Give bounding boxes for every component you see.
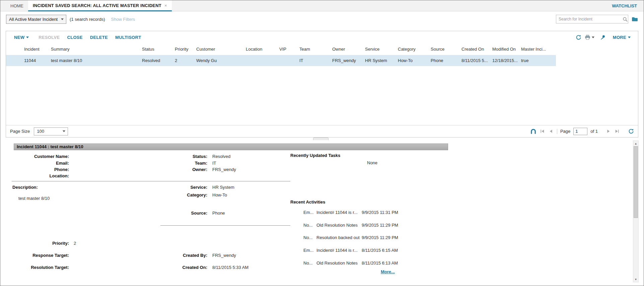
detail-divider-middle (160, 225, 290, 226)
column-header-category[interactable]: Category (396, 43, 429, 55)
watch-results-button[interactable] (530, 128, 536, 134)
customer-name-label: Customer Name: (0, 154, 69, 159)
source-label: Source: (134, 211, 207, 216)
column-header-created-on[interactable]: Created On (459, 43, 490, 55)
grid-header-row: Incident Summary Status Priority Custome… (6, 43, 556, 55)
delete-button-label: DELETE (90, 35, 108, 40)
first-page-button[interactable] (540, 128, 545, 134)
column-header-team[interactable]: Team (297, 43, 330, 55)
cell-owner[interactable]: FRS_wendy (330, 55, 363, 66)
activity-time: 8/11/2015 6:15 AM (362, 248, 398, 253)
created-by-value: FRS_wendy (212, 253, 236, 258)
column-header-location[interactable]: Location (244, 43, 277, 55)
cell-customer[interactable]: Wendy Gu (194, 55, 244, 66)
scrollbar-track[interactable] (633, 146, 638, 277)
owner-value: FRS_wendy (212, 167, 236, 172)
close-button[interactable]: CLOSE (64, 35, 86, 40)
activity-time: 9/9/2015 11:29 PM (362, 235, 398, 240)
cell-priority[interactable]: 2 (173, 55, 194, 66)
column-header-incident[interactable]: Incident (22, 43, 49, 55)
column-header-owner[interactable]: Owner (330, 43, 363, 55)
chevron-down-icon (26, 37, 29, 38)
multisort-button[interactable]: MULTISORT (112, 35, 145, 40)
cell-category[interactable]: How-To (396, 55, 429, 66)
activity-type: Em... (303, 248, 313, 253)
tab-home[interactable]: HOME (6, 0, 28, 11)
print-button[interactable] (585, 35, 597, 40)
resolve-button[interactable]: RESOLVE (35, 35, 63, 40)
results-grid-area: Incident Summary Status Priority Custome… (6, 43, 638, 125)
tasks-empty-text: None (367, 160, 377, 165)
column-header-service[interactable]: Service (363, 43, 396, 55)
detail-divider-top (12, 181, 290, 181)
refresh-button[interactable] (576, 35, 581, 40)
tab-close-icon[interactable]: × (164, 3, 167, 8)
saved-search-dropdown[interactable]: All Active Master Incident (6, 15, 66, 24)
created-on-value: 8/11/2015 5:33 AM (212, 265, 248, 270)
splitter-grip[interactable] (313, 137, 329, 140)
column-header-priority[interactable]: Priority (173, 43, 194, 55)
last-page-button[interactable] (614, 128, 620, 134)
grid-row-11044[interactable]: 11044 test master 8/10 Resolved 2 Wendy … (6, 55, 556, 66)
page-number-input[interactable] (573, 128, 587, 135)
cell-incident[interactable]: 11044 (22, 55, 49, 66)
new-button[interactable]: NEW (10, 35, 35, 40)
more-activities-link[interactable]: More... (381, 269, 395, 274)
page-size-dropdown[interactable]: 100 (34, 127, 68, 135)
search-icon[interactable] (622, 16, 628, 22)
arch-icon (530, 128, 536, 134)
cell-status[interactable]: Resolved (140, 55, 173, 66)
cell-source[interactable]: Phone (429, 55, 459, 66)
column-header-summary[interactable]: Summary (49, 43, 140, 55)
pin-button[interactable] (600, 35, 606, 40)
scroll-down-icon[interactable]: ▼ (633, 277, 638, 282)
cell-vip[interactable] (277, 55, 297, 66)
toolbar-right-icons: MORE (576, 35, 634, 40)
activity-text: Old Resolution Notes (316, 261, 358, 266)
activity-type: Em... (303, 210, 313, 215)
saved-search-value: All Active Master Incident (6, 17, 60, 22)
page-of-label: of 1 (590, 129, 598, 134)
scrollbar-thumb[interactable] (634, 146, 638, 218)
cell-location[interactable] (244, 55, 277, 66)
cell-team[interactable]: IT (297, 55, 330, 66)
cell-created-on[interactable]: 8/11/2015 5... (459, 55, 490, 66)
folder-icon[interactable] (632, 16, 638, 22)
column-header-vip[interactable]: VIP (277, 43, 297, 55)
next-page-button[interactable] (605, 128, 611, 134)
show-filters-link[interactable]: Show Filters (111, 17, 135, 22)
scroll-up-icon[interactable]: ▲ (633, 141, 638, 146)
tab-home-label: HOME (10, 3, 23, 8)
pager-refresh-button[interactable] (628, 128, 634, 134)
pane-splitter[interactable] (0, 137, 644, 140)
service-label: Service: (134, 185, 207, 190)
activity-time: 9/9/2015 11:31 PM (362, 210, 398, 215)
category-label: Category: (134, 192, 207, 197)
tab-incident-saved-search[interactable]: INCIDENT SAVED SEARCH: ALL ACTIVE MASTER… (28, 0, 172, 11)
column-header-modified-on[interactable]: Modified On (490, 43, 519, 55)
more-button[interactable]: MORE (609, 35, 634, 40)
tab-incident-saved-search-label: INCIDENT SAVED SEARCH: ALL ACTIVE MASTER… (33, 3, 161, 8)
watchlist-link[interactable]: WATCHLIST (612, 0, 637, 11)
cell-summary[interactable]: test master 8/10 (49, 55, 140, 66)
column-header-status[interactable]: Status (140, 43, 173, 55)
recent-activities-title: Recent Activities (290, 199, 325, 205)
page-label: Page (560, 129, 570, 134)
page-size-label: Page Size (10, 129, 30, 134)
response-target-label: Response Target: (0, 253, 69, 258)
cell-modified-on[interactable]: 12/18/2015... (490, 55, 519, 66)
column-header-customer[interactable]: Customer (194, 43, 244, 55)
detail-scrollbar[interactable]: ▲ ▼ (633, 140, 639, 282)
priority-value: 2 (74, 241, 76, 246)
incident-search-input[interactable] (556, 17, 622, 21)
cell-master-incident[interactable]: true (519, 55, 556, 66)
detail-title-bar: Incident 11044 : test master 8/10 (14, 144, 448, 150)
cell-service[interactable]: HR System (363, 55, 396, 66)
row-selector-cell[interactable] (6, 55, 22, 66)
column-header-master-incident[interactable]: Master Inci... (519, 43, 556, 55)
previous-page-button[interactable] (548, 128, 554, 134)
delete-button[interactable]: DELETE (86, 35, 112, 40)
resolution-target-label: Resolution Target: (0, 265, 69, 270)
team-value: IT (212, 161, 216, 166)
column-header-source[interactable]: Source (429, 43, 459, 55)
